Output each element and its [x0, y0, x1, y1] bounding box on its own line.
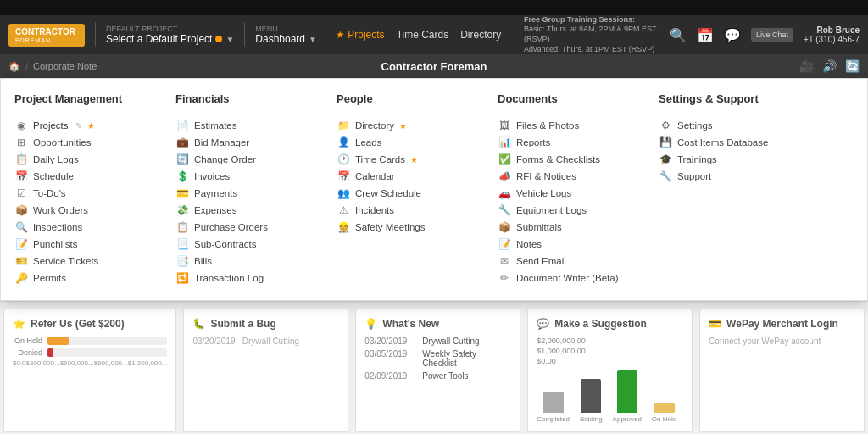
menu-item-invoices[interactable]: 💲Invoices [175, 168, 311, 185]
menu-value[interactable]: Dashboard ▼ [255, 33, 317, 45]
default-project-section[interactable]: DEFAULT PROJECT Select a Default Project… [106, 25, 234, 45]
column-documents: Documents 🖼Files & Photos 📊Reports ✅Form… [498, 92, 633, 287]
calendar-icon[interactable]: 📅 [697, 27, 714, 43]
star-icon: ★ [87, 121, 95, 131]
co-icon: 🔄 [175, 153, 189, 165]
menu-item-incidents[interactable]: ⚠Incidents [337, 202, 472, 219]
whatsnew-icon: 💡 [364, 318, 377, 330]
menu-section[interactable]: MENU Dashboard ▼ [255, 25, 317, 45]
menu-item-settings[interactable]: ⚙Settings [659, 117, 794, 134]
menu-item-notes[interactable]: 📝Notes [498, 236, 633, 253]
menu-item-sub-contracts[interactable]: 📃Sub-Contracts [175, 236, 311, 253]
panel-wepay-title: 💳 WePay Merchant Login [709, 318, 855, 330]
home-icon[interactable]: 🏠 [8, 61, 20, 72]
menu-item-expenses[interactable]: 💸Expenses [175, 202, 311, 219]
divider1 [95, 22, 96, 47]
menu-item-transaction-log[interactable]: 🔁Transaction Log [175, 270, 311, 287]
docw-icon: ✏ [498, 272, 511, 284]
todo-icon: ☑ [14, 187, 28, 199]
po-icon: 📋 [175, 221, 189, 233]
opp-icon: ⊞ [14, 136, 28, 148]
video-icon[interactable]: 🎥 [799, 59, 814, 73]
bar-fill [47, 348, 53, 357]
bar-track [47, 348, 167, 357]
notes-icon: 📝 [498, 238, 511, 250]
menu-item-directory[interactable]: 📁 Directory ★ [337, 117, 472, 134]
panel-whatsnew-title: 💡 What's New [364, 318, 511, 330]
menu-item-punchlists[interactable]: 📝 Punchlists [14, 236, 150, 253]
nav-projects[interactable]: ★ Projects [336, 29, 385, 41]
menu-item-submittals[interactable]: 📦Submittals [498, 219, 633, 236]
menu-item-time-cards[interactable]: 🕐 Time Cards ★ [337, 151, 472, 168]
rep-icon: 📊 [498, 136, 511, 148]
chat-icon[interactable]: 💬 [724, 27, 741, 43]
menu-item-reports[interactable]: 📊Reports [498, 134, 633, 151]
nav-directory[interactable]: Directory [460, 29, 501, 41]
menu-item-projects[interactable]: ◉ Projects ✎ ★ [14, 117, 150, 134]
menu-item-crew-schedule[interactable]: 👥Crew Schedule [337, 185, 472, 202]
refresh-icon[interactable]: 🔄 [845, 59, 860, 73]
bar-completed-fill [543, 392, 564, 413]
menu-item-calendar[interactable]: 📅Calendar [337, 168, 472, 185]
menu-item-safety-meetings[interactable]: 👷Safety Meetings [337, 219, 472, 236]
bid-icon: 💼 [175, 136, 189, 148]
menu-item-cost-items[interactable]: 💾Cost Items Database [659, 134, 794, 151]
live-chat-button[interactable]: Live Chat [751, 28, 793, 42]
menu-item-service-tickets[interactable]: 🎫 Service Tickets [14, 253, 150, 270]
menu-item-doc-writer[interactable]: ✏Document Writer (Beta) [498, 270, 633, 287]
col-title-documents: Documents [498, 92, 633, 108]
inspect-icon: 🔍 [14, 221, 28, 233]
axis-labels: $0.0 $300,000... $600,000... $900,000...… [13, 359, 167, 367]
menu-item-todos[interactable]: ☑ To-Do's [14, 185, 150, 202]
breadcrumb-label: Corporate Note [33, 61, 97, 71]
menu-item-files-photos[interactable]: 🖼Files & Photos [498, 117, 633, 134]
menu-item-trainings[interactable]: 🎓Trainings [659, 151, 794, 168]
menu-item-estimates[interactable]: 📄Estimates [175, 117, 311, 134]
menu-item-work-orders[interactable]: 📦 Work Orders [14, 202, 150, 219]
project-icon: ◉ [14, 120, 28, 131]
star-icon: ★ [399, 121, 407, 131]
menu-item-inspections[interactable]: 🔍 Inspections [14, 219, 150, 236]
menu-item-support[interactable]: 🔧Support [659, 168, 794, 185]
menu-item-daily-logs[interactable]: 📋 Daily Logs [14, 151, 150, 168]
daily-icon: 📋 [14, 153, 28, 165]
menu-item-change-order[interactable]: 🔄Change Order [175, 151, 311, 168]
menu-item-equipment-logs[interactable]: 🔧Equipment Logs [498, 202, 633, 219]
bar-bidding-fill [581, 379, 601, 413]
news-item-2: 03/05/2019 Weekly Safety Checklist [364, 349, 511, 368]
training-info: Free Group Training Sessions: Basic: Thu… [524, 15, 659, 55]
menu-item-permits[interactable]: 🔑 Permits [14, 270, 150, 287]
user-phone: +1 (310) 456-7 [804, 35, 860, 44]
menu-item-leads[interactable]: 👤Leads [337, 134, 472, 151]
menu-item-bills[interactable]: 📑Bills [175, 253, 311, 270]
tc-icon: 🕐 [337, 153, 350, 165]
logo[interactable]: CONTRACTOR FOREMAN [8, 24, 85, 47]
leads-icon: 👤 [337, 136, 350, 148]
search-icon[interactable]: 🔍 [670, 27, 687, 43]
menu-label: MENU [255, 25, 317, 33]
inc-icon: ⚠ [337, 204, 350, 216]
crew-icon: 👥 [337, 187, 350, 199]
menu-item-vehicle-logs[interactable]: 🚗Vehicle Logs [498, 185, 633, 202]
menu-item-rfi-notices[interactable]: 📣RFI & Notices [498, 168, 633, 185]
default-project-value[interactable]: Select a Default Project ▼ [106, 33, 234, 45]
panel-whatsnew-content: 03/20/2019 Drywall Cutting 03/05/2019 We… [364, 337, 511, 381]
bar-fill [47, 337, 69, 345]
volume-icon[interactable]: 🔊 [822, 59, 837, 73]
menu-item-purchase-orders[interactable]: 📋Purchase Orders [175, 219, 311, 236]
wepay-placeholder: Connect your WePay account [709, 337, 855, 346]
bar-bidding: Bidding [580, 379, 603, 423]
column-settings: Settings & Support ⚙Settings 💾Cost Items… [659, 92, 794, 287]
menu-item-payments[interactable]: 💳Payments [175, 185, 311, 202]
nav-timecards[interactable]: Time Cards [397, 29, 449, 41]
menu-item-opportunities[interactable]: ⊞ Opportunities [14, 134, 150, 151]
news-item-1: 03/20/2019 Drywall Cutting [364, 337, 511, 346]
menu-item-schedule[interactable]: 📅 Schedule [14, 168, 150, 185]
menu-item-send-email[interactable]: ✉Send Email [498, 253, 633, 270]
menu-item-forms-checklists[interactable]: ✅Forms & Checklists [498, 151, 633, 168]
menu-item-bid-manager[interactable]: 💼Bid Manager [175, 134, 311, 151]
breadcrumb-sep: / [25, 61, 28, 71]
user-info: Rob Bruce +1 (310) 456-7 [804, 25, 860, 44]
support-icon: 🔧 [659, 170, 672, 182]
panel-refer: ⭐ Refer Us (Get $200) On Hold Denied [3, 309, 176, 432]
